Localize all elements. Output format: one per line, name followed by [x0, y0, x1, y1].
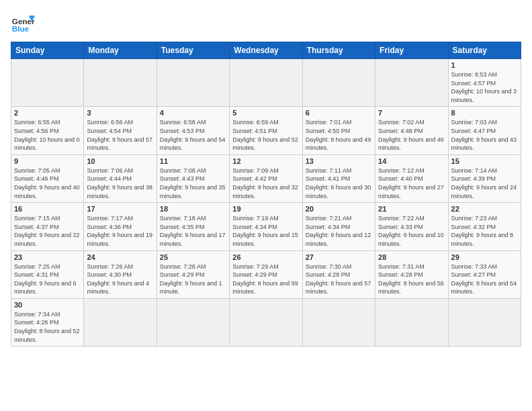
day-info: Sunrise: 7:34 AM Sunset: 4:26 PM Dayligh… — [14, 310, 81, 344]
day-info: Sunrise: 7:21 AM Sunset: 4:34 PM Dayligh… — [306, 214, 372, 248]
day-header-monday: Monday — [84, 42, 157, 59]
calendar-day-3: 3Sunrise: 6:56 AM Sunset: 4:54 PM Daylig… — [84, 107, 157, 154]
day-info: Sunrise: 7:29 AM Sunset: 4:29 PM Dayligh… — [232, 263, 299, 296]
calendar-week-3: 9Sunrise: 7:05 AM Sunset: 4:46 PM Daylig… — [11, 154, 521, 202]
calendar-day-27: 27Sunrise: 7:30 AM Sunset: 4:28 PM Dayli… — [302, 250, 375, 298]
day-info: Sunrise: 7:19 AM Sunset: 4:34 PM Dayligh… — [232, 214, 299, 248]
day-number: 24 — [87, 253, 153, 261]
day-header-friday: Friday — [375, 42, 448, 59]
calendar-day-5: 5Sunrise: 6:59 AM Sunset: 4:51 PM Daylig… — [230, 107, 302, 154]
day-number: 18 — [160, 205, 226, 213]
calendar-day-8: 8Sunrise: 7:03 AM Sunset: 4:47 PM Daylig… — [448, 107, 521, 154]
day-number: 25 — [160, 253, 226, 261]
day-header-thursday: Thursday — [302, 42, 375, 59]
svg-text:Blue: Blue — [12, 24, 30, 33]
calendar-day-1: 1Sunrise: 6:53 AM Sunset: 4:57 PM Daylig… — [448, 59, 521, 107]
calendar-day-11: 11Sunrise: 7:08 AM Sunset: 4:43 PM Dayli… — [157, 154, 229, 202]
calendar-day-4: 4Sunrise: 6:58 AM Sunset: 4:53 PM Daylig… — [157, 107, 229, 154]
calendar-day-14: 14Sunrise: 7:12 AM Sunset: 4:40 PM Dayli… — [375, 154, 448, 202]
calendar-week-4: 16Sunrise: 7:15 AM Sunset: 4:37 PM Dayli… — [11, 203, 521, 250]
calendar-day-9: 9Sunrise: 7:05 AM Sunset: 4:46 PM Daylig… — [11, 154, 84, 202]
calendar-day-13: 13Sunrise: 7:11 AM Sunset: 4:41 PM Dayli… — [302, 154, 375, 202]
day-number: 15 — [451, 157, 518, 165]
calendar-day-empty — [375, 298, 448, 346]
day-number: 20 — [306, 205, 372, 213]
day-info: Sunrise: 7:18 AM Sunset: 4:35 PM Dayligh… — [160, 214, 226, 248]
day-number: 14 — [378, 157, 445, 165]
calendar-day-24: 24Sunrise: 7:26 AM Sunset: 4:30 PM Dayli… — [84, 250, 157, 298]
calendar-header-row: SundayMondayTuesdayWednesdayThursdayFrid… — [11, 42, 521, 59]
day-number: 7 — [378, 109, 445, 117]
calendar-day-18: 18Sunrise: 7:18 AM Sunset: 4:35 PM Dayli… — [157, 203, 229, 250]
day-info: Sunrise: 7:08 AM Sunset: 4:43 PM Dayligh… — [160, 167, 226, 200]
day-info: Sunrise: 6:55 AM Sunset: 4:56 PM Dayligh… — [14, 118, 81, 152]
calendar-day-23: 23Sunrise: 7:25 AM Sunset: 4:31 PM Dayli… — [11, 250, 84, 298]
day-info: Sunrise: 7:26 AM Sunset: 4:30 PM Dayligh… — [87, 263, 153, 296]
calendar-day-empty — [230, 59, 302, 107]
calendar-day-10: 10Sunrise: 7:06 AM Sunset: 4:44 PM Dayli… — [84, 154, 157, 202]
calendar-day-15: 15Sunrise: 7:14 AM Sunset: 4:39 PM Dayli… — [448, 154, 521, 202]
calendar-day-2: 2Sunrise: 6:55 AM Sunset: 4:56 PM Daylig… — [11, 107, 84, 154]
calendar-day-empty — [448, 298, 521, 346]
day-number: 9 — [14, 157, 81, 165]
day-number: 3 — [87, 109, 153, 117]
day-number: 30 — [14, 301, 81, 309]
day-number: 28 — [378, 253, 445, 261]
day-number: 5 — [232, 109, 299, 117]
day-info: Sunrise: 7:12 AM Sunset: 4:40 PM Dayligh… — [378, 167, 445, 200]
calendar-day-19: 19Sunrise: 7:19 AM Sunset: 4:34 PM Dayli… — [230, 203, 302, 250]
calendar-day-12: 12Sunrise: 7:09 AM Sunset: 4:42 PM Dayli… — [230, 154, 302, 202]
calendar-day-22: 22Sunrise: 7:23 AM Sunset: 4:32 PM Dayli… — [448, 203, 521, 250]
calendar-day-20: 20Sunrise: 7:21 AM Sunset: 4:34 PM Dayli… — [302, 203, 375, 250]
calendar-day-29: 29Sunrise: 7:33 AM Sunset: 4:27 PM Dayli… — [448, 250, 521, 298]
day-info: Sunrise: 7:28 AM Sunset: 4:29 PM Dayligh… — [160, 263, 226, 296]
calendar-day-empty — [84, 298, 157, 346]
day-info: Sunrise: 7:23 AM Sunset: 4:32 PM Dayligh… — [451, 214, 518, 248]
day-number: 19 — [232, 205, 299, 213]
day-number: 29 — [451, 253, 518, 261]
day-info: Sunrise: 6:58 AM Sunset: 4:53 PM Dayligh… — [160, 118, 226, 152]
calendar-day-17: 17Sunrise: 7:17 AM Sunset: 4:36 PM Dayli… — [84, 203, 157, 250]
calendar-week-2: 2Sunrise: 6:55 AM Sunset: 4:56 PM Daylig… — [11, 107, 521, 154]
logo: General Blue — [11, 11, 38, 35]
calendar-week-1: 1Sunrise: 6:53 AM Sunset: 4:57 PM Daylig… — [11, 59, 521, 107]
calendar-day-empty — [11, 59, 84, 107]
day-info: Sunrise: 7:03 AM Sunset: 4:47 PM Dayligh… — [451, 118, 518, 152]
day-header-sunday: Sunday — [11, 42, 84, 59]
day-info: Sunrise: 7:06 AM Sunset: 4:44 PM Dayligh… — [87, 167, 153, 200]
calendar-table: SundayMondayTuesdayWednesdayThursdayFrid… — [11, 42, 521, 347]
day-info: Sunrise: 7:05 AM Sunset: 4:46 PM Dayligh… — [14, 167, 81, 200]
day-number: 13 — [306, 157, 372, 165]
calendar-day-21: 21Sunrise: 7:22 AM Sunset: 4:33 PM Dayli… — [375, 203, 448, 250]
calendar-day-16: 16Sunrise: 7:15 AM Sunset: 4:37 PM Dayli… — [11, 203, 84, 250]
day-number: 23 — [14, 253, 81, 261]
day-info: Sunrise: 7:01 AM Sunset: 4:50 PM Dayligh… — [306, 118, 372, 152]
day-number: 27 — [306, 253, 372, 261]
calendar-day-30: 30Sunrise: 7:34 AM Sunset: 4:26 PM Dayli… — [11, 298, 84, 346]
day-info: Sunrise: 7:22 AM Sunset: 4:33 PM Dayligh… — [378, 214, 445, 248]
day-number: 26 — [232, 253, 299, 261]
day-info: Sunrise: 7:31 AM Sunset: 4:28 PM Dayligh… — [378, 263, 445, 296]
calendar-day-26: 26Sunrise: 7:29 AM Sunset: 4:29 PM Dayli… — [230, 250, 302, 298]
day-header-tuesday: Tuesday — [157, 42, 229, 59]
calendar-day-empty — [302, 59, 375, 107]
day-info: Sunrise: 7:09 AM Sunset: 4:42 PM Dayligh… — [232, 167, 299, 200]
calendar-day-empty — [157, 298, 229, 346]
calendar-week-5: 23Sunrise: 7:25 AM Sunset: 4:31 PM Dayli… — [11, 250, 521, 298]
day-info: Sunrise: 7:02 AM Sunset: 4:48 PM Dayligh… — [378, 118, 445, 152]
day-info: Sunrise: 6:59 AM Sunset: 4:51 PM Dayligh… — [232, 118, 299, 152]
day-number: 21 — [378, 205, 445, 213]
page-header: General Blue — [11, 11, 521, 35]
calendar-week-6: 30Sunrise: 7:34 AM Sunset: 4:26 PM Dayli… — [11, 298, 521, 346]
day-number: 11 — [160, 157, 226, 165]
day-info: Sunrise: 7:15 AM Sunset: 4:37 PM Dayligh… — [14, 214, 81, 248]
calendar-day-28: 28Sunrise: 7:31 AM Sunset: 4:28 PM Dayli… — [375, 250, 448, 298]
day-info: Sunrise: 7:30 AM Sunset: 4:28 PM Dayligh… — [306, 263, 372, 296]
day-info: Sunrise: 7:33 AM Sunset: 4:27 PM Dayligh… — [451, 263, 518, 296]
day-number: 16 — [14, 205, 81, 213]
calendar-day-empty — [157, 59, 229, 107]
day-info: Sunrise: 7:17 AM Sunset: 4:36 PM Dayligh… — [87, 214, 153, 248]
day-header-wednesday: Wednesday — [230, 42, 302, 59]
calendar-day-6: 6Sunrise: 7:01 AM Sunset: 4:50 PM Daylig… — [302, 107, 375, 154]
day-info: Sunrise: 7:14 AM Sunset: 4:39 PM Dayligh… — [451, 167, 518, 200]
